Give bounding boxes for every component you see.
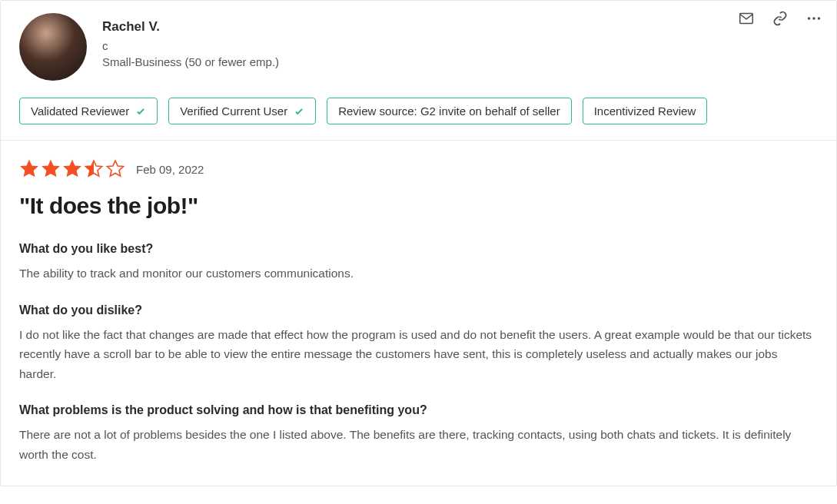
question: What do you dislike?	[19, 303, 818, 317]
check-icon	[294, 106, 304, 117]
profile-row: Rachel V. c Small-Business (50 or fewer …	[19, 13, 818, 81]
avatar[interactable]	[19, 13, 87, 81]
check-icon	[135, 106, 146, 117]
badge-label: Verified Current User	[180, 104, 287, 118]
reviewer-role: c	[102, 39, 279, 52]
badge-label: Review source: G2 invite on behalf of se…	[338, 104, 560, 118]
star-icon	[19, 159, 39, 179]
review-body: Feb 09, 2022 "It does the job!" What do …	[1, 141, 836, 486]
badge-label: Incentivized Review	[594, 104, 696, 118]
question: What do you like best?	[19, 242, 818, 256]
action-icons	[738, 10, 822, 27]
svg-point-3	[818, 17, 820, 19]
svg-point-1	[808, 17, 810, 19]
badge-incentivized[interactable]: Incentivized Review	[583, 98, 708, 124]
link-icon[interactable]	[772, 10, 789, 27]
rating-row: Feb 09, 2022	[19, 159, 818, 179]
star-icon	[84, 159, 104, 179]
user-info: Rachel V. c Small-Business (50 or fewer …	[102, 13, 279, 68]
answer: The ability to track and monitor our cus…	[19, 264, 818, 284]
reviewer-company: Small-Business (50 or fewer emp.)	[102, 55, 279, 68]
badge-label: Validated Reviewer	[31, 104, 129, 118]
answer: I do not like the fact that changes are …	[19, 325, 818, 384]
review-header: Rachel V. c Small-Business (50 or fewer …	[1, 1, 836, 141]
star-icon	[62, 159, 82, 179]
review-date: Feb 09, 2022	[136, 163, 204, 176]
badge-review-source[interactable]: Review source: G2 invite on behalf of se…	[327, 98, 571, 124]
review-title: "It does the job!"	[19, 193, 818, 219]
answer: There are not a lot of problems besides …	[19, 425, 818, 464]
star-rating	[19, 159, 125, 179]
badge-verified-user[interactable]: Verified Current User	[168, 98, 316, 124]
email-icon[interactable]	[738, 10, 755, 27]
badge-validated-reviewer[interactable]: Validated Reviewer	[19, 98, 158, 124]
more-icon[interactable]	[805, 10, 822, 27]
svg-point-2	[812, 17, 815, 19]
review-card: Rachel V. c Small-Business (50 or fewer …	[0, 0, 837, 486]
qa-section: What do you like best?The ability to tra…	[19, 242, 818, 464]
question: What problems is the product solving and…	[19, 403, 818, 417]
badge-row: Validated Reviewer Verified Current User…	[19, 98, 818, 124]
reviewer-name[interactable]: Rachel V.	[102, 19, 279, 35]
star-icon	[41, 159, 61, 179]
star-icon	[105, 159, 125, 179]
